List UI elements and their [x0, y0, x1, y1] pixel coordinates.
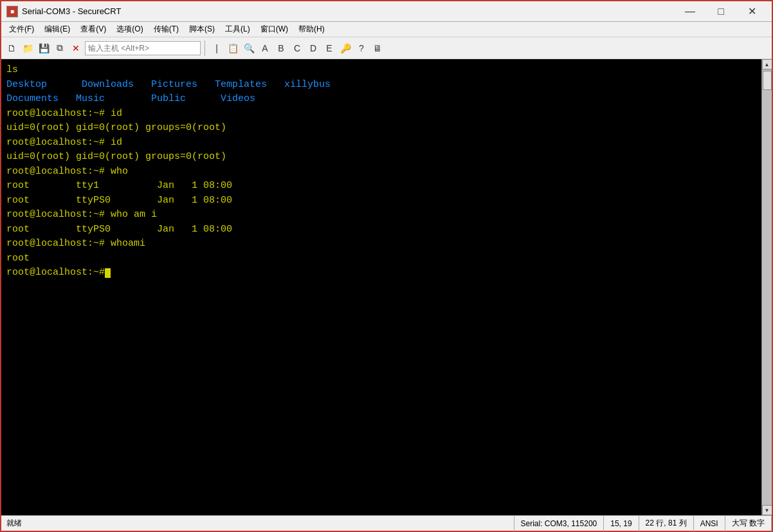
toolbar-btn-new[interactable]: 🗋 [4, 41, 19, 56]
toolbar-btn-b[interactable]: B [273, 41, 289, 56]
terminal-line: root@localhost:~# id [6, 107, 756, 122]
terminal-line: Documents Music Public Videos [6, 92, 756, 107]
toolbar: 🗋 📁 💾 ⧉ ✕ | 📋 🔍 A B C D E 🔑 ? 🖥 [1, 37, 772, 59]
terminal-line: Desktop Downloads Pictures Templates xil… [6, 78, 756, 93]
status-ready: 就绪 [1, 518, 514, 529]
menu-tools[interactable]: 工具(L) [220, 23, 255, 36]
minimize-button[interactable]: — [675, 3, 705, 21]
menu-script[interactable]: 脚本(S) [184, 23, 220, 36]
toolbar-btn-help[interactable]: ? [354, 41, 369, 56]
terminal-line: root@localhost:~# [6, 266, 756, 280]
toolbar-section-right: | 📋 🔍 A B C D E 🔑 ? 🖥 [209, 41, 385, 56]
address-input[interactable] [85, 41, 201, 55]
window-controls: — □ ✕ [675, 3, 767, 21]
terminal-line: root [6, 252, 756, 266]
terminal-line: root ttyPS0 Jan 1 08:00 [6, 223, 756, 237]
status-segments: Serial: COM3, 115200 15, 19 22 行, 81 列 A… [514, 516, 772, 531]
terminal-line: uid=0(root) gid=0(root) groups=0(root) [6, 150, 756, 165]
toolbar-btn-copy[interactable]: 📋 [225, 41, 241, 56]
status-dimensions: 22 行, 81 列 [639, 516, 694, 531]
menu-options[interactable]: 选项(O) [111, 23, 148, 36]
window-title: Serial-COM3 - SecureCRT [22, 6, 675, 16]
toolbar-section-left: 🗋 📁 💾 ⧉ ✕ [4, 41, 84, 56]
menu-window[interactable]: 窗口(W) [255, 23, 293, 36]
terminal-line: root ttyPS0 Jan 1 08:00 [6, 194, 756, 208]
terminal-line: uid=0(root) gid=0(root) groups=0(root) [6, 121, 756, 136]
main-window: ■ Serial-COM3 - SecureCRT — □ ✕ 文件(F) 编辑… [0, 0, 773, 532]
titlebar: ■ Serial-COM3 - SecureCRT — □ ✕ [1, 1, 772, 22]
toolbar-sep-1 [205, 41, 205, 56]
toolbar-btn-d[interactable]: D [305, 41, 321, 56]
terminal-cursor [105, 268, 111, 278]
terminal-line: root@localhost:~# who [6, 165, 756, 179]
statusbar: 就绪 Serial: COM3, 115200 15, 19 22 行, 81 … [1, 515, 772, 531]
app-icon: ■ [6, 6, 18, 17]
status-keyboard: 大写 数字 [725, 516, 772, 531]
terminal-line: root tty1 Jan 1 08:00 [6, 179, 756, 194]
terminal-line: root@localhost:~# whoami [6, 237, 756, 252]
toolbar-btn-clone[interactable]: ⧉ [52, 41, 68, 56]
toolbar-btn-c[interactable]: C [289, 41, 305, 56]
status-position: 15, 19 [604, 516, 639, 531]
close-button[interactable]: ✕ [737, 3, 767, 21]
menubar: 文件(F) 编辑(E) 查看(V) 选项(O) 传输(T) 脚本(S) 工具(L… [1, 22, 772, 37]
status-serial: Serial: COM3, 115200 [514, 516, 605, 531]
toolbar-btn-open[interactable]: 📁 [20, 41, 35, 56]
toolbar-btn-1[interactable]: | [209, 41, 224, 56]
toolbar-btn-close-tab[interactable]: ✕ [68, 41, 84, 56]
content-area: lsDesktop Downloads Pictures Templates x… [1, 59, 772, 515]
menu-help[interactable]: 帮助(H) [293, 23, 330, 36]
terminal-line: root@localhost:~# who am i [6, 208, 756, 223]
status-encoding: ANSI [694, 516, 725, 531]
scrollbar[interactable]: ▲ ▼ [761, 59, 772, 515]
toolbar-btn-e[interactable]: E [322, 41, 337, 56]
menu-transfer[interactable]: 传输(T) [149, 23, 184, 36]
scroll-down[interactable]: ▼ [762, 505, 772, 515]
scroll-thumb[interactable] [763, 71, 772, 90]
menu-edit[interactable]: 编辑(E) [39, 23, 75, 36]
terminal-line: ls [6, 63, 756, 78]
toolbar-btn-find[interactable]: 🔍 [241, 41, 257, 56]
menu-file[interactable]: 文件(F) [4, 23, 39, 36]
toolbar-btn-a[interactable]: A [257, 41, 273, 56]
terminal[interactable]: lsDesktop Downloads Pictures Templates x… [1, 59, 761, 515]
menu-view[interactable]: 查看(V) [75, 23, 111, 36]
toolbar-btn-save[interactable]: 💾 [36, 41, 51, 56]
scroll-up[interactable]: ▲ [762, 59, 772, 69]
terminal-line: root@localhost:~# id [6, 136, 756, 151]
toolbar-btn-key[interactable]: 🔑 [338, 41, 353, 56]
toolbar-btn-monitor[interactable]: 🖥 [370, 41, 385, 56]
maximize-button[interactable]: □ [706, 3, 736, 21]
